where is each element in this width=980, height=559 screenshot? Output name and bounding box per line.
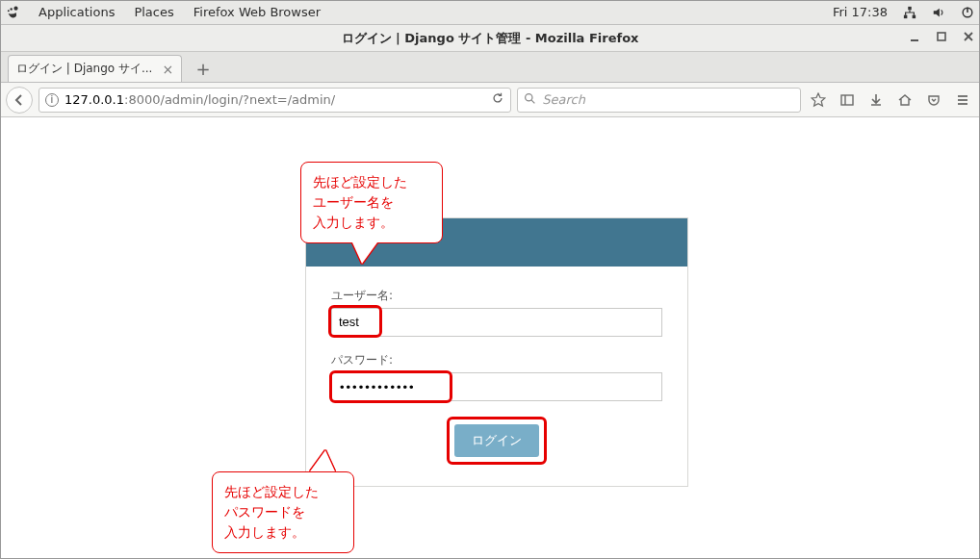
gnome-menu-applications[interactable]: Applications bbox=[39, 5, 115, 19]
url-bar[interactable]: i 127.0.0.1:8000/admin/login/?next=/admi… bbox=[39, 88, 511, 113]
gnome-top-bar: Applications Places Firefox Web Browser … bbox=[0, 0, 980, 25]
window-maximize-button[interactable] bbox=[936, 31, 947, 45]
svg-rect-4 bbox=[904, 14, 908, 18]
username-field-block: ユーザー名: bbox=[331, 288, 662, 337]
hamburger-menu-icon[interactable] bbox=[951, 89, 974, 112]
password-label: パスワード: bbox=[331, 352, 662, 368]
sidebar-icon[interactable] bbox=[836, 89, 859, 112]
gnome-menu-places[interactable]: Places bbox=[134, 5, 173, 19]
annotation-password-tail bbox=[310, 450, 335, 471]
tab-title: ログイン | Django サイ... bbox=[16, 61, 152, 77]
downloads-icon[interactable] bbox=[864, 89, 888, 112]
password-input[interactable] bbox=[331, 372, 662, 401]
search-icon bbox=[524, 92, 536, 108]
pocket-icon[interactable] bbox=[922, 89, 945, 112]
back-button[interactable] bbox=[6, 87, 33, 114]
svg-point-12 bbox=[526, 93, 532, 100]
volume-icon[interactable] bbox=[932, 6, 945, 19]
window-close-button[interactable] bbox=[963, 31, 974, 45]
username-label: ユーザー名: bbox=[331, 288, 662, 304]
page-viewport: go-journey.club ユーザー名: パスワード: bbox=[0, 117, 980, 559]
svg-line-13 bbox=[531, 100, 534, 103]
password-field-block: パスワード: bbox=[331, 352, 662, 401]
annotation-username: 先ほど設定した ユーザー名を 入力します。 bbox=[300, 162, 443, 243]
new-tab-button[interactable]: + bbox=[192, 57, 215, 80]
svg-rect-14 bbox=[841, 95, 853, 105]
annotation-password: 先ほど設定した パスワードを 入力します。 bbox=[212, 471, 354, 553]
browser-toolbar: i 127.0.0.1:8000/admin/login/?next=/admi… bbox=[0, 83, 980, 117]
annotation-username-tail bbox=[352, 242, 377, 264]
gnome-active-app[interactable]: Firefox Web Browser bbox=[193, 5, 321, 19]
window-minimize-button[interactable] bbox=[909, 31, 920, 45]
login-button-highlight: ログイン bbox=[447, 417, 547, 465]
svg-rect-5 bbox=[913, 14, 916, 18]
gnome-logo-icon bbox=[6, 6, 19, 19]
svg-point-0 bbox=[13, 6, 17, 10]
search-placeholder: Search bbox=[542, 92, 585, 107]
browser-tab[interactable]: ログイン | Django サイ... × bbox=[8, 55, 182, 82]
login-button[interactable]: ログイン bbox=[454, 424, 539, 457]
username-highlight bbox=[333, 310, 377, 333]
tab-strip: ログイン | Django サイ... × + bbox=[0, 52, 980, 83]
power-icon[interactable] bbox=[961, 6, 974, 19]
bookmark-star-icon[interactable] bbox=[807, 89, 830, 112]
home-icon[interactable] bbox=[893, 89, 916, 112]
window-title: ログイン | Django サイト管理 - Mozilla Firefox bbox=[342, 30, 639, 47]
tab-close-button[interactable]: × bbox=[162, 62, 173, 77]
url-text: 127.0.0.1:8000/admin/login/?next=/admin/ bbox=[64, 92, 485, 107]
network-icon[interactable] bbox=[903, 6, 916, 19]
reload-button[interactable] bbox=[491, 91, 504, 108]
svg-rect-9 bbox=[938, 33, 945, 40]
svg-point-2 bbox=[8, 10, 10, 12]
svg-rect-3 bbox=[908, 6, 912, 10]
svg-point-1 bbox=[10, 8, 12, 10]
search-bar[interactable]: Search bbox=[517, 88, 801, 113]
site-info-icon[interactable]: i bbox=[45, 93, 59, 107]
window-titlebar: ログイン | Django サイト管理 - Mozilla Firefox bbox=[0, 25, 980, 52]
gnome-clock[interactable]: Fri 17:38 bbox=[833, 5, 888, 19]
